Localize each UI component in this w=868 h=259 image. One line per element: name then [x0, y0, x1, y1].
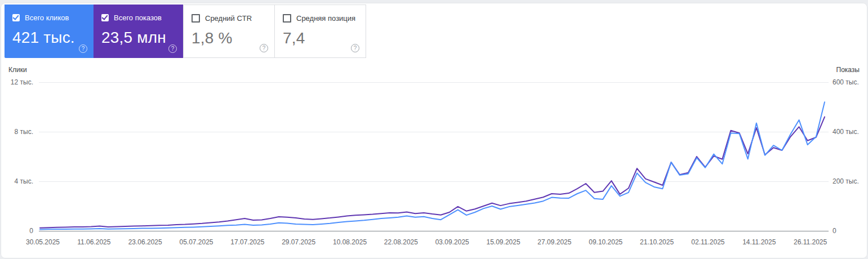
x-axis-label: 02.11.2025	[683, 238, 733, 246]
x-axis-label: 09.10.2025	[580, 238, 631, 246]
x-axis-label: 05.07.2025	[171, 238, 222, 246]
x-axis-label: 29.07.2025	[273, 238, 324, 246]
y-tick-label: 0	[3, 227, 33, 235]
x-axis-label: 14.11.2025	[734, 238, 785, 246]
y-tick-label: 200 тыс.	[833, 177, 859, 185]
x-axis-label: 10.08.2025	[324, 238, 375, 246]
x-axis-label: 03.09.2025	[427, 238, 478, 246]
x-axis-label: 26.11.2025	[785, 238, 836, 246]
clicks-line[interactable]	[40, 102, 825, 229]
y-tick-label: 400 тыс.	[833, 128, 859, 136]
x-axis-label: 30.05.2025	[17, 238, 68, 246]
x-axis-label: 22.08.2025	[376, 238, 426, 246]
performance-panel: Всего кликов 421 тыс. ? Всего показов 23…	[1, 3, 867, 258]
x-axis-label: 23.06.2025	[120, 238, 171, 246]
y-tick-label: 0	[833, 227, 836, 235]
performance-chart[interactable]: Клики Показы 12 тыс.8 тыс.4 тыс.0 600 ты…	[1, 3, 867, 258]
x-axis-label: 15.09.2025	[478, 238, 529, 246]
x-axis-label: 17.07.2025	[222, 238, 273, 246]
y-tick-label: 600 тыс.	[833, 78, 859, 86]
chart-plot-svg[interactable]	[1, 3, 867, 258]
x-axis-label: 27.09.2025	[529, 238, 580, 246]
x-axis-label: 21.10.2025	[631, 238, 682, 246]
y-tick-label: 12 тыс.	[3, 78, 33, 86]
impressions-line[interactable]	[40, 117, 825, 228]
y-tick-label: 8 тыс.	[3, 128, 33, 136]
y-tick-label: 4 тыс.	[3, 177, 33, 185]
x-axis-label: 11.06.2025	[69, 238, 119, 246]
